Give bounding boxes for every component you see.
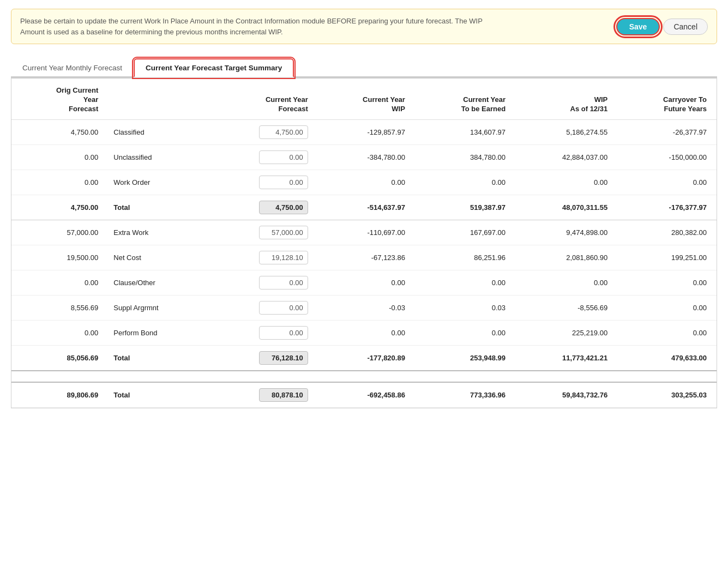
cell-forecast[interactable]	[209, 295, 318, 320]
cell-wip: -0.03	[318, 295, 415, 320]
cell-label: Suppl Argrmnt	[108, 295, 209, 320]
col-header-carryover: Carryover ToFuture Years	[617, 79, 717, 119]
cell-to-be-earned: 0.03	[415, 295, 515, 320]
cell-forecast[interactable]	[209, 245, 318, 270]
cell-wip-1231: 59,843,732.76	[515, 382, 617, 408]
forecast-table-container: Orig CurrentYearForecast Current YearFor…	[11, 77, 717, 408]
cell-forecast[interactable]	[209, 270, 318, 295]
cell-label: Unclassified	[108, 144, 209, 170]
cell-forecast[interactable]	[209, 119, 318, 144]
tab-target-summary[interactable]: Current Year Forecast Target Summary	[134, 58, 294, 77]
cell-forecast[interactable]	[209, 170, 318, 195]
cell-orig: 89,806.69	[11, 382, 108, 408]
col-header-wip-1231: WIPAs of 12/31	[515, 79, 617, 119]
cell-wip-1231: 5,186,274.55	[515, 119, 617, 144]
warning-banner: Please be certain to update the current …	[11, 9, 717, 44]
cell-carryover: 280,382.00	[617, 220, 717, 245]
cell-wip-1231: 48,070,311.55	[515, 195, 617, 220]
cell-label: Perform Bond	[108, 320, 209, 345]
cell-carryover: 0.00	[617, 320, 717, 345]
cell-forecast[interactable]	[209, 220, 318, 245]
cell-carryover: 199,251.00	[617, 245, 717, 270]
col-header-label	[108, 79, 209, 119]
cell-label: Clause/Other	[108, 270, 209, 295]
cell-wip: -384,780.00	[318, 144, 415, 170]
cell-carryover: -150,000.00	[617, 144, 717, 170]
cell-to-be-earned: 0.00	[415, 270, 515, 295]
cell-orig: 19,500.00	[11, 245, 108, 270]
cell-orig: 57,000.00	[11, 220, 108, 245]
cell-label: Work Order	[108, 170, 209, 195]
cell-carryover: 0.00	[617, 170, 717, 195]
banner-actions: Save Cancel	[616, 18, 708, 35]
forecast-total-input[interactable]	[259, 388, 308, 402]
cell-carryover: 0.00	[617, 270, 717, 295]
cell-orig: 0.00	[11, 270, 108, 295]
divider-cell	[617, 371, 717, 382]
cell-to-be-earned: 134,607.97	[415, 119, 515, 144]
col-header-cy-wip: Current YearWIP	[318, 79, 415, 119]
divider-cell	[515, 371, 617, 382]
cell-wip: -129,857.97	[318, 119, 415, 144]
forecast-input[interactable]	[259, 301, 308, 315]
cell-to-be-earned: 0.00	[415, 320, 515, 345]
forecast-input[interactable]	[259, 176, 308, 189]
cell-to-be-earned: 384,780.00	[415, 144, 515, 170]
cell-wip: -692,458.86	[318, 382, 415, 408]
cell-carryover: 303,255.03	[617, 382, 717, 408]
cell-orig: 0.00	[11, 144, 108, 170]
cell-wip-1231: 225,219.00	[515, 320, 617, 345]
save-button[interactable]: Save	[616, 18, 660, 35]
forecast-input[interactable]	[259, 226, 308, 239]
cell-orig: 0.00	[11, 320, 108, 345]
cell-carryover: 479,633.00	[617, 345, 717, 371]
cell-label: Total	[108, 195, 209, 220]
cell-label: Total	[108, 345, 209, 371]
forecast-total-input[interactable]	[259, 351, 308, 365]
cell-to-be-earned: 167,697.00	[415, 220, 515, 245]
divider-cell	[108, 371, 209, 382]
cell-wip-1231: 2,081,860.90	[515, 245, 617, 270]
cell-wip-1231: 11,773,421.21	[515, 345, 617, 371]
cell-label: Classified	[108, 119, 209, 144]
tab-bar: Current Year Monthly Forecast Current Ye…	[11, 57, 717, 77]
cell-label: Extra Work	[108, 220, 209, 245]
cell-wip-1231: -8,556.69	[515, 295, 617, 320]
cell-wip: -177,820.89	[318, 345, 415, 371]
cell-to-be-earned: 519,387.97	[415, 195, 515, 220]
divider-cell	[415, 371, 515, 382]
tab-monthly-forecast[interactable]: Current Year Monthly Forecast	[11, 59, 134, 76]
forecast-input[interactable]	[259, 251, 308, 264]
cell-to-be-earned: 253,948.99	[415, 345, 515, 371]
cell-wip: -110,697.00	[318, 220, 415, 245]
cell-carryover: 0.00	[617, 295, 717, 320]
cell-label: Net Cost	[108, 245, 209, 270]
cell-orig: 8,556.69	[11, 295, 108, 320]
cell-label: Total	[108, 382, 209, 408]
col-header-cy-earned: Current YearTo be Earned	[415, 79, 515, 119]
forecast-input[interactable]	[259, 276, 308, 289]
cell-wip-1231: 0.00	[515, 270, 617, 295]
cell-orig: 4,750.00	[11, 119, 108, 144]
forecast-total-input[interactable]	[259, 201, 308, 214]
cell-forecast[interactable]	[209, 144, 318, 170]
cell-to-be-earned: 86,251.96	[415, 245, 515, 270]
forecast-input[interactable]	[259, 125, 308, 139]
col-header-cy-forecast: Current YearForecast	[209, 79, 318, 119]
cell-orig: 85,056.69	[11, 345, 108, 371]
cell-wip: -514,637.97	[318, 195, 415, 220]
divider-cell	[11, 371, 108, 382]
cell-forecast	[209, 195, 318, 220]
forecast-input[interactable]	[259, 326, 308, 340]
cell-carryover: -176,377.97	[617, 195, 717, 220]
cell-wip-1231: 42,884,037.00	[515, 144, 617, 170]
cell-forecast[interactable]	[209, 320, 318, 345]
forecast-input[interactable]	[259, 150, 308, 164]
divider-cell	[209, 371, 318, 382]
cell-to-be-earned: 773,336.96	[415, 382, 515, 408]
cell-wip: -67,123.86	[318, 245, 415, 270]
col-header-orig: Orig CurrentYearForecast	[11, 79, 108, 119]
cancel-button[interactable]: Cancel	[663, 19, 708, 35]
cell-orig: 0.00	[11, 170, 108, 195]
cell-wip-1231: 9,474,898.00	[515, 220, 617, 245]
